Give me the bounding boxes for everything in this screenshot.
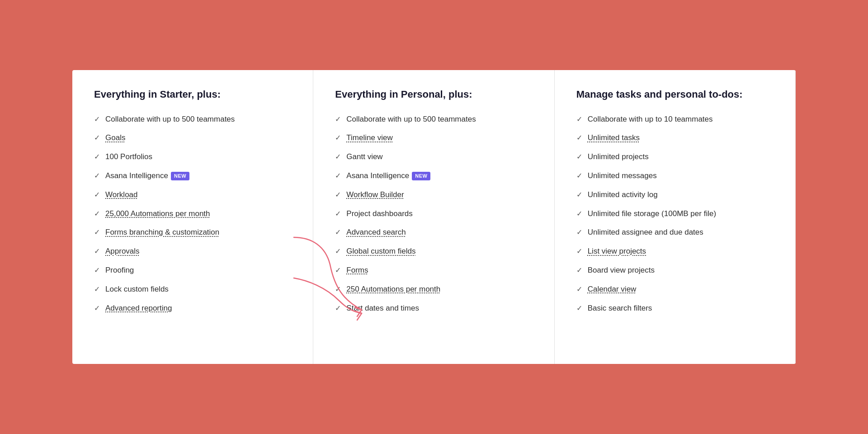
feature-label: Unlimited messages [588,170,657,181]
pricing-table: Everything in Starter, plus:✓Collaborate… [72,70,796,364]
feature-label: Global custom fields [346,246,415,257]
check-icon: ✓ [576,303,582,313]
feature-label: Calendar view [588,284,637,295]
list-item: ✓250 Automations per month [335,284,532,295]
check-icon: ✓ [94,303,100,313]
list-item: ✓Workflow Builder [335,189,532,200]
check-icon: ✓ [94,114,100,124]
feature-label: Gantt view [346,151,382,162]
check-icon: ✓ [335,190,341,200]
check-icon: ✓ [94,284,100,294]
check-icon: ✓ [335,265,341,275]
list-item: ✓Unlimited assignee and due dates [576,227,774,238]
check-icon: ✓ [576,227,582,237]
check-icon: ✓ [576,209,582,219]
check-icon: ✓ [335,152,341,162]
feature-label: Advanced reporting [105,303,172,314]
check-icon: ✓ [576,133,582,143]
feature-list-starter: ✓Collaborate with up to 500 teammates✓Go… [94,114,291,314]
list-item: ✓Forms [335,265,532,276]
list-item: ✓Board view projects [576,265,774,276]
check-icon: ✓ [94,265,100,275]
feature-label: Advanced search [346,227,406,238]
list-item: ✓Lock custom fields [94,284,291,295]
check-icon: ✓ [335,303,341,313]
check-icon: ✓ [576,171,582,181]
feature-label: Goals [105,132,125,143]
column-header-starter: Everything in Starter, plus: [94,88,291,101]
feature-label: Board view projects [588,265,655,276]
list-item: ✓Timeline view [335,132,532,143]
list-item: ✓Collaborate with up to 500 teammates [335,114,532,125]
list-item: ✓Unlimited tasks [576,132,774,143]
feature-label: Timeline view [346,132,392,143]
feature-list-personal: ✓Collaborate with up to 500 teammates✓Ti… [335,114,532,314]
list-item: ✓25,000 Automations per month [94,208,291,219]
check-icon: ✓ [94,133,100,143]
check-icon: ✓ [335,284,341,294]
list-item: ✓Unlimited messages [576,170,774,181]
feature-label: Basic search filters [588,303,652,314]
list-item: ✓Proofing [94,265,291,276]
feature-label: Start dates and times [346,303,419,314]
list-item: ✓Workload [94,189,291,200]
feature-label: List view projects [588,246,646,257]
list-item: ✓Advanced search [335,227,532,238]
new-badge: NEW [171,172,189,180]
list-item: ✓Calendar view [576,284,774,295]
check-icon: ✓ [576,114,582,124]
check-icon: ✓ [94,246,100,256]
list-item: ✓List view projects [576,246,774,257]
check-icon: ✓ [335,171,341,181]
check-icon: ✓ [576,152,582,162]
check-icon: ✓ [335,114,341,124]
feature-label: Asana IntelligenceNEW [346,170,430,181]
feature-label: Forms [346,265,368,276]
pricing-column-free: Manage tasks and personal to-dos:✓Collab… [555,70,796,364]
check-icon: ✓ [94,227,100,237]
list-item: ✓Goals [94,132,291,143]
feature-label: Unlimited tasks [588,132,640,143]
feature-label: Lock custom fields [105,284,169,295]
list-item: ✓Project dashboards [335,208,532,219]
feature-label: Unlimited assignee and due dates [588,227,703,238]
feature-label: 25,000 Automations per month [105,208,210,219]
list-item: ✓Asana IntelligenceNEW [335,170,532,181]
column-header-free: Manage tasks and personal to-dos: [576,88,774,101]
feature-label: Workload [105,189,138,200]
feature-label: Unlimited activity log [588,189,658,200]
list-item: ✓100 Portfolios [94,151,291,162]
feature-label: Asana IntelligenceNEW [105,170,189,181]
list-item: ✓Unlimited file storage (100MB per file) [576,208,774,219]
check-icon: ✓ [335,227,341,237]
list-item: ✓Asana IntelligenceNEW [94,170,291,181]
column-header-personal: Everything in Personal, plus: [335,88,532,101]
feature-label: Unlimited file storage (100MB per file) [588,208,716,219]
pricing-column-personal: Everything in Personal, plus:✓Collaborat… [313,70,554,364]
list-item: ✓Advanced reporting [94,303,291,314]
list-item: ✓Unlimited projects [576,151,774,162]
feature-label: Workflow Builder [346,189,404,200]
check-icon: ✓ [335,246,341,256]
list-item: ✓Collaborate with up to 500 teammates [94,114,291,125]
feature-label: Project dashboards [346,208,412,219]
check-icon: ✓ [335,209,341,219]
pricing-column-starter: Everything in Starter, plus:✓Collaborate… [72,70,313,364]
list-item: ✓Forms branching & customization [94,227,291,238]
check-icon: ✓ [94,171,100,181]
check-icon: ✓ [576,190,582,200]
feature-label: Forms branching & customization [105,227,219,238]
feature-label: 250 Automations per month [346,284,440,295]
feature-label: Collaborate with up to 500 teammates [346,114,476,125]
list-item: ✓Unlimited activity log [576,189,774,200]
check-icon: ✓ [335,133,341,143]
check-icon: ✓ [94,209,100,219]
list-item: ✓Global custom fields [335,246,532,257]
feature-list-free: ✓Collaborate with up to 10 teammates✓Unl… [576,114,774,314]
feature-label: Unlimited projects [588,151,649,162]
check-icon: ✓ [576,284,582,294]
check-icon: ✓ [94,190,100,200]
list-item: ✓Approvals [94,246,291,257]
feature-label: Collaborate with up to 500 teammates [105,114,235,125]
feature-label: 100 Portfolios [105,151,152,162]
